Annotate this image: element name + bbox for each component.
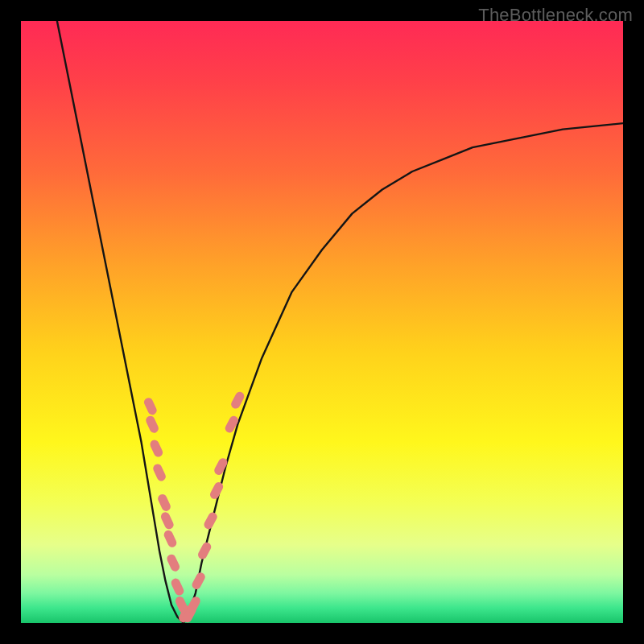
background-gradient	[21, 21, 623, 623]
watermark-text: TheBottleneck.com	[478, 5, 633, 26]
chart-frame: TheBottleneck.com	[0, 0, 644, 644]
plot-area	[21, 21, 623, 623]
chart-svg	[21, 21, 623, 623]
